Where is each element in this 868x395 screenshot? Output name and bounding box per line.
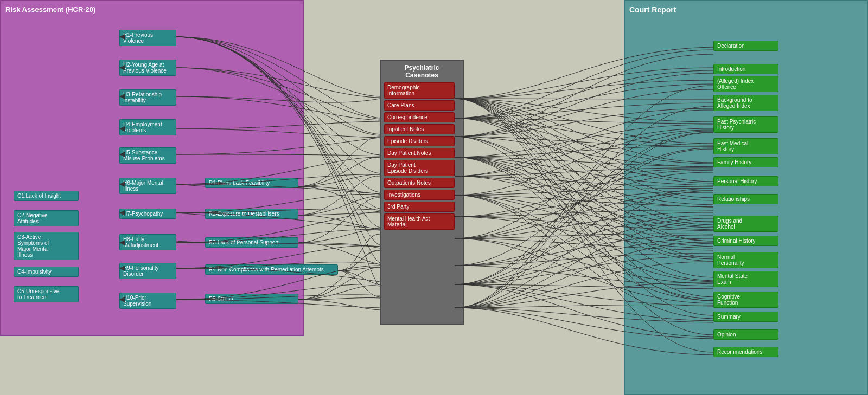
pc11-node[interactable]: Mental Health ActMaterial — [384, 213, 455, 230]
cr2-node[interactable]: Introduction — [713, 64, 778, 74]
cr7-node[interactable]: Family History — [713, 157, 778, 167]
pc8-node[interactable]: Outpatients Notes — [384, 178, 455, 188]
cr5-node[interactable]: Past PsychiatricHistory — [713, 116, 778, 133]
cr13-node[interactable]: Mental StateExam — [713, 271, 778, 287]
pc4-node[interactable]: Inpatient Notes — [384, 124, 455, 134]
risk-assessment-panel: Risk Assessment (HCR-20) — [0, 0, 304, 336]
r1-node[interactable]: R1-Plans Lack Feasibility — [205, 178, 298, 188]
psych-casenotes-panel: PsychiatricCasenotes DemographicInformat… — [380, 60, 464, 325]
h2-node[interactable]: H2-Young Age atPrevious Violence — [119, 60, 176, 76]
pc10-node[interactable]: 3rd Party — [384, 202, 455, 212]
h5-node[interactable]: H5-SubstanceMisuse Problems — [119, 147, 176, 164]
r4-node[interactable]: R4-Non-Compliance with Remediation Attem… — [205, 264, 338, 275]
c2-node[interactable]: C2-NegativeAttitudes — [14, 210, 79, 226]
h7-node[interactable]: H7-Psychopathy — [119, 209, 176, 219]
cr10-node[interactable]: Drugs andAlcohol — [713, 216, 778, 232]
h4-node[interactable]: H4-EmploymentProblems — [119, 119, 176, 135]
cr15-node[interactable]: Summary — [713, 312, 778, 322]
cr3-node[interactable]: (Alleged) IndexOffence — [713, 76, 778, 92]
pc5-node[interactable]: Episode Dividers — [384, 136, 455, 146]
h8-node[interactable]: H8-EarlyMaladjustment — [119, 234, 176, 250]
h1-node[interactable]: H1-PreviousViolence — [119, 30, 176, 46]
psych-panel-title: PsychiatricCasenotes — [384, 64, 459, 79]
pc1-node[interactable]: DemographicInformation — [384, 82, 455, 99]
cr14-node[interactable]: CognitiveFunction — [713, 292, 778, 308]
r5-node[interactable]: R5-Stress — [205, 294, 298, 304]
c3-node[interactable]: C3-ActiveSymptoms ofMajor MentalIllness — [14, 232, 79, 260]
cr16-node[interactable]: Opinion — [713, 329, 778, 340]
c5-node[interactable]: C5-Unresponsiveto Treatment — [14, 286, 79, 302]
cr4-node[interactable]: Background toAlleged Index — [713, 95, 778, 111]
cr11-node[interactable]: Criminal History — [713, 236, 778, 246]
pc9-node[interactable]: Investigations — [384, 190, 455, 200]
r2-node[interactable]: R2-Exposure to Destabilisers — [205, 209, 298, 219]
c4-node[interactable]: C4-Impulsivity — [14, 267, 79, 277]
h10-node[interactable]: H10-PriorSupervision — [119, 293, 176, 309]
pc7-node[interactable]: Day PatientEpisode Dividers — [384, 160, 455, 176]
court-panel-title: Court Report — [629, 5, 863, 14]
c1-node[interactable]: C1:Lack of Insight — [14, 191, 79, 201]
pc3-node[interactable]: Correspondence — [384, 112, 455, 122]
cr17-node[interactable]: Recommendations — [713, 347, 778, 357]
cr1-node[interactable]: Declaration — [713, 41, 778, 51]
cr12-node[interactable]: NormalPersonality — [713, 252, 778, 268]
r3-node[interactable]: R3-Lack of Personal Support — [205, 237, 298, 248]
h6-node[interactable]: H6-Major MentalIllness — [119, 178, 176, 194]
cr9-node[interactable]: Relationships — [713, 194, 778, 204]
pc2-node[interactable]: Care Plans — [384, 100, 455, 111]
cr8-node[interactable]: Personal History — [713, 176, 778, 186]
h9-node[interactable]: H9-PersonalityDisorder — [119, 263, 176, 279]
pc6-node[interactable]: Day Patient Notes — [384, 148, 455, 158]
cr6-node[interactable]: Past MedicalHistory — [713, 138, 778, 154]
risk-panel-title: Risk Assessment (HCR-20) — [5, 5, 298, 14]
h3-node[interactable]: H3-RelationshipInstability — [119, 89, 176, 106]
